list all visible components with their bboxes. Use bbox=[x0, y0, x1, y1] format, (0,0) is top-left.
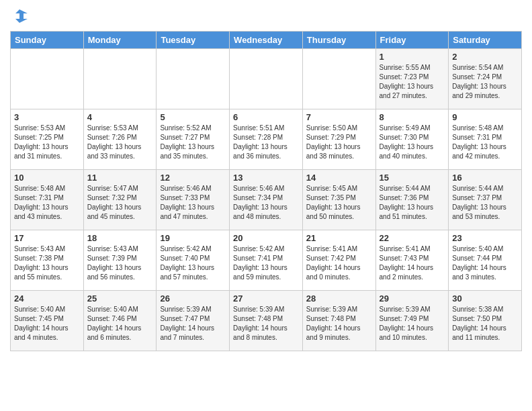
logo-icon bbox=[10, 7, 29, 26]
day-info: Sunrise: 5:47 AM Sunset: 7:32 PM Dayligh… bbox=[87, 184, 153, 222]
day-info: Sunrise: 5:53 AM Sunset: 7:25 PM Dayligh… bbox=[14, 124, 80, 161]
calendar-day-cell: 6Sunrise: 5:51 AM Sunset: 7:28 PM Daylig… bbox=[230, 109, 303, 170]
calendar-day-cell bbox=[83, 49, 157, 109]
weekday-header: Sunday bbox=[11, 32, 84, 49]
weekday-header: Saturday bbox=[449, 32, 522, 49]
calendar-day-cell: 5Sunrise: 5:52 AM Sunset: 7:27 PM Daylig… bbox=[157, 109, 230, 170]
day-info: Sunrise: 5:42 AM Sunset: 7:40 PM Dayligh… bbox=[160, 244, 226, 282]
calendar-day-cell bbox=[157, 49, 230, 109]
calendar-day-cell: 27Sunrise: 5:39 AM Sunset: 7:48 PM Dayli… bbox=[230, 291, 303, 351]
calendar-day-cell: 17Sunrise: 5:43 AM Sunset: 7:38 PM Dayli… bbox=[11, 230, 84, 291]
day-info: Sunrise: 5:42 AM Sunset: 7:41 PM Dayligh… bbox=[233, 244, 299, 282]
day-info: Sunrise: 5:41 AM Sunset: 7:42 PM Dayligh… bbox=[306, 244, 372, 282]
day-number: 1 bbox=[380, 52, 445, 62]
day-number: 2 bbox=[452, 52, 518, 62]
calendar-day-cell: 20Sunrise: 5:42 AM Sunset: 7:41 PM Dayli… bbox=[230, 230, 303, 291]
calendar-day-cell bbox=[230, 49, 303, 109]
calendar-day-cell bbox=[11, 49, 84, 109]
page-header bbox=[10, 7, 522, 26]
day-number: 28 bbox=[306, 293, 372, 304]
calendar-day-cell: 15Sunrise: 5:44 AM Sunset: 7:36 PM Dayli… bbox=[375, 170, 449, 230]
weekday-header: Wednesday bbox=[230, 32, 303, 49]
day-info: Sunrise: 5:40 AM Sunset: 7:45 PM Dayligh… bbox=[14, 305, 80, 342]
day-number: 16 bbox=[452, 173, 518, 183]
day-info: Sunrise: 5:39 AM Sunset: 7:48 PM Dayligh… bbox=[306, 305, 372, 342]
calendar-day-cell: 23Sunrise: 5:40 AM Sunset: 7:44 PM Dayli… bbox=[449, 230, 522, 291]
calendar-day-cell: 24Sunrise: 5:40 AM Sunset: 7:45 PM Dayli… bbox=[11, 291, 84, 351]
day-info: Sunrise: 5:41 AM Sunset: 7:43 PM Dayligh… bbox=[380, 244, 445, 282]
calendar-day-cell bbox=[302, 49, 375, 109]
day-info: Sunrise: 5:43 AM Sunset: 7:39 PM Dayligh… bbox=[87, 244, 153, 282]
calendar-day-cell: 9Sunrise: 5:48 AM Sunset: 7:31 PM Daylig… bbox=[449, 109, 522, 170]
calendar-day-cell: 18Sunrise: 5:43 AM Sunset: 7:39 PM Dayli… bbox=[83, 230, 157, 291]
calendar-table: SundayMondayTuesdayWednesdayThursdayFrid… bbox=[10, 31, 522, 351]
day-info: Sunrise: 5:46 AM Sunset: 7:34 PM Dayligh… bbox=[233, 184, 299, 222]
day-number: 24 bbox=[14, 293, 80, 304]
day-info: Sunrise: 5:40 AM Sunset: 7:46 PM Dayligh… bbox=[87, 305, 153, 342]
day-number: 25 bbox=[87, 293, 153, 304]
day-number: 22 bbox=[380, 233, 445, 243]
day-number: 6 bbox=[233, 112, 299, 122]
day-info: Sunrise: 5:39 AM Sunset: 7:49 PM Dayligh… bbox=[380, 305, 445, 342]
day-number: 13 bbox=[233, 173, 299, 183]
calendar-day-cell: 4Sunrise: 5:53 AM Sunset: 7:26 PM Daylig… bbox=[83, 109, 157, 170]
day-number: 27 bbox=[233, 293, 299, 304]
calendar-day-cell: 25Sunrise: 5:40 AM Sunset: 7:46 PM Dayli… bbox=[83, 291, 157, 351]
day-number: 12 bbox=[160, 173, 226, 183]
day-info: Sunrise: 5:44 AM Sunset: 7:36 PM Dayligh… bbox=[380, 184, 445, 222]
day-info: Sunrise: 5:39 AM Sunset: 7:47 PM Dayligh… bbox=[160, 305, 226, 342]
day-info: Sunrise: 5:53 AM Sunset: 7:26 PM Dayligh… bbox=[87, 124, 153, 161]
calendar-day-cell: 11Sunrise: 5:47 AM Sunset: 7:32 PM Dayli… bbox=[83, 170, 157, 230]
calendar-day-cell: 10Sunrise: 5:48 AM Sunset: 7:31 PM Dayli… bbox=[11, 170, 84, 230]
calendar-day-cell: 28Sunrise: 5:39 AM Sunset: 7:48 PM Dayli… bbox=[302, 291, 375, 351]
day-number: 26 bbox=[160, 293, 226, 304]
calendar-week-row: 1Sunrise: 5:55 AM Sunset: 7:23 PM Daylig… bbox=[11, 49, 522, 109]
day-number: 17 bbox=[14, 233, 80, 243]
calendar-day-cell: 8Sunrise: 5:49 AM Sunset: 7:30 PM Daylig… bbox=[375, 109, 449, 170]
calendar-header-row: SundayMondayTuesdayWednesdayThursdayFrid… bbox=[11, 32, 522, 49]
calendar-week-row: 17Sunrise: 5:43 AM Sunset: 7:38 PM Dayli… bbox=[11, 230, 522, 291]
calendar-day-cell: 26Sunrise: 5:39 AM Sunset: 7:47 PM Dayli… bbox=[157, 291, 230, 351]
calendar-day-cell: 7Sunrise: 5:50 AM Sunset: 7:29 PM Daylig… bbox=[302, 109, 375, 170]
calendar-week-row: 24Sunrise: 5:40 AM Sunset: 7:45 PM Dayli… bbox=[11, 291, 522, 351]
calendar-day-cell: 12Sunrise: 5:46 AM Sunset: 7:33 PM Dayli… bbox=[157, 170, 230, 230]
day-info: Sunrise: 5:43 AM Sunset: 7:38 PM Dayligh… bbox=[14, 244, 80, 282]
calendar-day-cell: 16Sunrise: 5:44 AM Sunset: 7:37 PM Dayli… bbox=[449, 170, 522, 230]
calendar-day-cell: 29Sunrise: 5:39 AM Sunset: 7:49 PM Dayli… bbox=[375, 291, 449, 351]
day-number: 21 bbox=[306, 233, 372, 243]
logo bbox=[10, 7, 32, 26]
day-info: Sunrise: 5:45 AM Sunset: 7:35 PM Dayligh… bbox=[306, 184, 372, 222]
weekday-header: Tuesday bbox=[157, 32, 230, 49]
calendar-day-cell: 19Sunrise: 5:42 AM Sunset: 7:40 PM Dayli… bbox=[157, 230, 230, 291]
calendar-day-cell: 14Sunrise: 5:45 AM Sunset: 7:35 PM Dayli… bbox=[302, 170, 375, 230]
day-number: 30 bbox=[452, 293, 518, 304]
day-number: 8 bbox=[380, 112, 445, 122]
calendar-day-cell: 13Sunrise: 5:46 AM Sunset: 7:34 PM Dayli… bbox=[230, 170, 303, 230]
day-info: Sunrise: 5:39 AM Sunset: 7:48 PM Dayligh… bbox=[233, 305, 299, 342]
day-info: Sunrise: 5:52 AM Sunset: 7:27 PM Dayligh… bbox=[160, 124, 226, 161]
day-number: 19 bbox=[160, 233, 226, 243]
day-info: Sunrise: 5:51 AM Sunset: 7:28 PM Dayligh… bbox=[233, 124, 299, 161]
day-number: 7 bbox=[306, 112, 372, 122]
day-info: Sunrise: 5:46 AM Sunset: 7:33 PM Dayligh… bbox=[160, 184, 226, 222]
day-info: Sunrise: 5:38 AM Sunset: 7:50 PM Dayligh… bbox=[452, 305, 518, 342]
day-info: Sunrise: 5:55 AM Sunset: 7:23 PM Dayligh… bbox=[380, 63, 445, 101]
calendar-day-cell: 2Sunrise: 5:54 AM Sunset: 7:24 PM Daylig… bbox=[449, 49, 522, 109]
day-info: Sunrise: 5:44 AM Sunset: 7:37 PM Dayligh… bbox=[452, 184, 518, 222]
day-number: 18 bbox=[87, 233, 153, 243]
calendar-week-row: 3Sunrise: 5:53 AM Sunset: 7:25 PM Daylig… bbox=[11, 109, 522, 170]
calendar-day-cell: 1Sunrise: 5:55 AM Sunset: 7:23 PM Daylig… bbox=[375, 49, 449, 109]
day-number: 5 bbox=[160, 112, 226, 122]
day-number: 29 bbox=[380, 293, 445, 304]
weekday-header: Friday bbox=[375, 32, 449, 49]
day-number: 23 bbox=[452, 233, 518, 243]
calendar-day-cell: 22Sunrise: 5:41 AM Sunset: 7:43 PM Dayli… bbox=[375, 230, 449, 291]
day-number: 11 bbox=[87, 173, 153, 183]
day-number: 9 bbox=[452, 112, 518, 122]
day-number: 15 bbox=[380, 173, 445, 183]
day-number: 3 bbox=[14, 112, 80, 122]
day-number: 4 bbox=[87, 112, 153, 122]
weekday-header: Monday bbox=[83, 32, 157, 49]
day-number: 10 bbox=[14, 173, 80, 183]
day-info: Sunrise: 5:48 AM Sunset: 7:31 PM Dayligh… bbox=[452, 124, 518, 161]
